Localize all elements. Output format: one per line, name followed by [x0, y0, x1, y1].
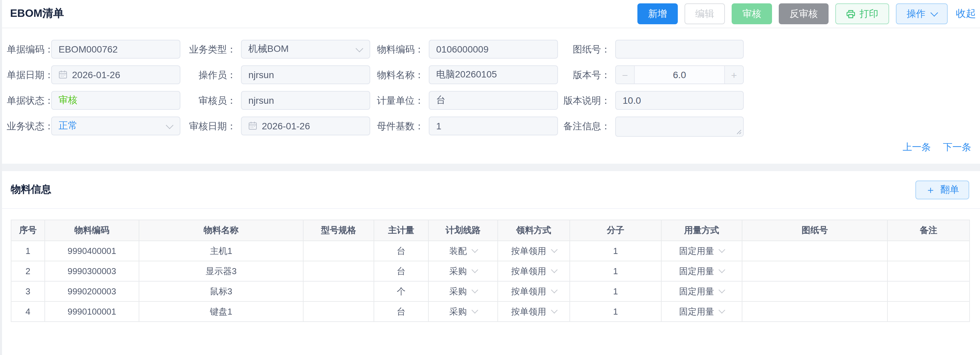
resize-handle-icon[interactable] — [737, 130, 742, 135]
chevron-down-icon — [719, 307, 725, 313]
calendar-icon — [59, 70, 67, 79]
operator-label: 操作员： — [180, 66, 241, 84]
doc-status-label: 单据状态： — [7, 91, 51, 110]
code-cell: 9990200003 — [45, 281, 139, 301]
spec-cell — [303, 261, 374, 281]
remark-textarea[interactable] — [615, 117, 744, 137]
unit-cell: 台 — [374, 261, 428, 281]
plan-route-select[interactable]: 装配 — [429, 241, 497, 261]
next-record-link[interactable]: 下一条 — [943, 141, 971, 154]
audit-date-picker[interactable]: 2026-01-26 — [241, 117, 370, 135]
page-title: EBOM清单 — [10, 7, 64, 21]
seq-cell: 1 — [11, 241, 45, 261]
unit-cell: 台 — [374, 241, 428, 261]
doc-date-label: 单据日期： — [7, 66, 51, 84]
material-info-card: 物料信息 ＋ 翻单 序号 物料编码 物料名称 型号规格 — [0, 171, 980, 355]
unit-label: 计量单位： — [370, 91, 429, 110]
doc-code-label: 单据编码： — [7, 40, 51, 59]
unaudit-button[interactable]: 反审核 — [779, 3, 829, 24]
auditor-input[interactable]: njrsun — [241, 91, 370, 110]
drawing-no-input[interactable] — [615, 40, 744, 59]
numerator-cell: 1 — [570, 281, 661, 301]
pick-mode-select[interactable]: 按单领用 — [498, 281, 570, 301]
operator-input[interactable]: njrsun — [241, 66, 370, 84]
record-pager: 上一条 下一条 — [0, 137, 980, 154]
doc-date-picker[interactable]: 2026-01-26 — [51, 66, 180, 84]
col-material-code: 物料编码 — [45, 220, 139, 241]
chevron-down-icon — [471, 307, 478, 313]
doc-status-input[interactable]: 审核 — [51, 91, 180, 110]
material-code-input[interactable]: 0106000009 — [429, 40, 558, 59]
edit-button[interactable]: 编辑 — [684, 3, 725, 24]
name-cell: 显示器3 — [139, 261, 303, 281]
add-button[interactable]: 新增 — [637, 3, 678, 24]
spec-cell — [303, 281, 374, 301]
collapse-link[interactable]: 收起 — [956, 7, 976, 20]
remark-cell — [888, 301, 970, 321]
audit-button[interactable]: 审核 — [732, 3, 772, 24]
remark-cell — [888, 281, 970, 301]
version-desc-input[interactable]: 10.0 — [615, 91, 744, 110]
table-row[interactable]: 3 9990200003 鼠标3 个 采购 按单领用 1 固定用量 — [11, 281, 970, 301]
usage-mode-select[interactable]: 固定用量 — [662, 241, 742, 261]
pick-mode-select[interactable]: 按单领用 — [498, 241, 570, 261]
usage-mode-select[interactable]: 固定用量 — [662, 281, 742, 301]
spec-cell — [303, 301, 374, 321]
usage-mode-select[interactable]: 固定用量 — [662, 261, 742, 281]
plan-route-select[interactable]: 采购 — [429, 281, 497, 301]
table-row[interactable]: 2 9990300003 显示器3 台 采购 按单领用 1 固定用量 — [11, 261, 970, 281]
stepper-increase-button[interactable]: + — [724, 66, 743, 83]
plan-route-select[interactable]: 采购 — [429, 261, 497, 281]
section-title: 物料信息 — [11, 183, 51, 196]
stepper-value: 6.0 — [635, 66, 724, 83]
col-unit: 主计量 — [374, 220, 428, 241]
material-table: 序号 物料编码 物料名称 型号规格 主计量 计划线路 领料方式 分子 用量方式 … — [11, 220, 970, 322]
unit-cell: 台 — [374, 301, 428, 321]
numerator-cell: 1 — [570, 301, 661, 321]
title-bar: EBOM清单 新增 编辑 审核 反审核 打印 操作 — [0, 0, 980, 28]
prev-record-link[interactable]: 上一条 — [903, 141, 931, 154]
pick-mode-select[interactable]: 按单领用 — [498, 302, 570, 321]
plan-route-select[interactable]: 采购 — [429, 302, 497, 321]
version-desc-label: 版本说明： — [558, 91, 615, 110]
biz-status-label: 业务状态： — [7, 117, 51, 135]
chevron-down-icon — [550, 266, 557, 273]
stepper-decrease-button[interactable]: − — [616, 66, 635, 83]
biz-type-select[interactable]: 机械BOM — [241, 40, 370, 59]
flip-order-button[interactable]: ＋ 翻单 — [915, 180, 969, 199]
base-qty-input[interactable]: 1 — [429, 117, 558, 135]
col-seq: 序号 — [11, 220, 45, 241]
col-numerator: 分子 — [570, 220, 661, 241]
col-remark: 备注 — [888, 220, 970, 241]
chevron-down-icon — [719, 286, 725, 293]
doc-code-input[interactable]: EBOM000762 — [51, 40, 180, 59]
code-cell: 9990100001 — [45, 301, 139, 321]
name-cell: 键盘1 — [139, 301, 303, 321]
table-row[interactable]: 1 9990400001 主机1 台 装配 按单领用 1 固定用量 — [11, 241, 970, 261]
action-button-label: 操作 — [907, 4, 926, 24]
biz-status-select[interactable]: 正常 — [51, 117, 180, 135]
action-button[interactable]: 操作 — [896, 3, 948, 24]
col-plan-route: 计划线路 — [428, 220, 498, 241]
material-name-label: 物料名称： — [370, 66, 429, 84]
seq-cell: 3 — [11, 281, 45, 301]
version-stepper[interactable]: − 6.0 + — [615, 66, 744, 84]
print-button[interactable]: 打印 — [835, 3, 889, 24]
unit-input[interactable]: 台 — [429, 91, 558, 110]
pick-mode-select[interactable]: 按单领用 — [498, 261, 570, 281]
chevron-down-icon — [719, 246, 725, 253]
table-header-row: 序号 物料编码 物料名称 型号规格 主计量 计划线路 领料方式 分子 用量方式 … — [11, 220, 970, 241]
table-row[interactable]: 4 9990100001 键盘1 台 采购 按单领用 1 固定用量 — [11, 301, 970, 321]
version-no-label: 版本号： — [558, 66, 615, 84]
toolbar: 新增 编辑 审核 反审核 打印 操作 收起 — [637, 3, 976, 24]
audit-date-label: 审核日期： — [180, 117, 241, 135]
material-name-input[interactable]: 电脑20260105 — [429, 66, 558, 84]
unit-cell: 个 — [374, 281, 428, 301]
seq-cell: 2 — [11, 261, 45, 281]
code-cell: 9990300003 — [45, 261, 139, 281]
base-qty-label: 母件基数： — [370, 117, 429, 135]
col-pick-mode: 领料方式 — [498, 220, 570, 241]
code-cell: 9990400001 — [45, 241, 139, 261]
remark-cell — [888, 261, 970, 281]
usage-mode-select[interactable]: 固定用量 — [662, 302, 742, 321]
